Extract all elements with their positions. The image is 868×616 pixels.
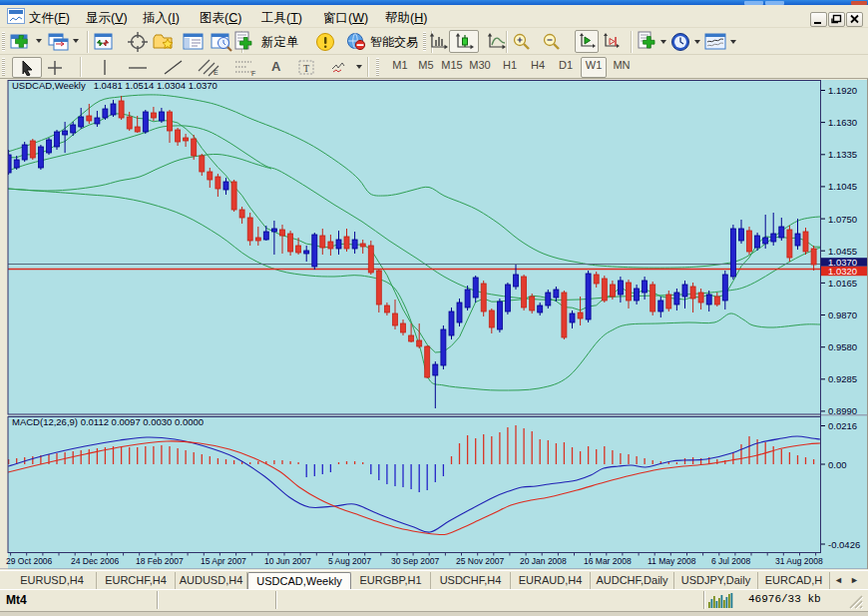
- svg-text:16 Mar 2008: 16 Mar 2008: [584, 556, 632, 566]
- svg-text:0.0216: 0.0216: [828, 420, 857, 431]
- svg-text:5 Aug 2007: 5 Aug 2007: [328, 556, 371, 566]
- svg-text:0.00: 0.00: [828, 459, 847, 470]
- svg-text:-0.0426: -0.0426: [828, 539, 860, 550]
- svg-text:18 Feb 2007: 18 Feb 2007: [136, 556, 184, 566]
- svg-text:1.0750: 1.0750: [828, 214, 857, 225]
- svg-text:30 Sep 2007: 30 Sep 2007: [391, 556, 439, 566]
- svg-text:0.8990: 0.8990: [828, 405, 857, 416]
- svg-text:1.1335: 1.1335: [828, 149, 857, 160]
- svg-text:20 Jan 2008: 20 Jan 2008: [520, 556, 567, 566]
- svg-text:6 Jul 2008: 6 Jul 2008: [711, 556, 750, 566]
- svg-text:1.0165: 1.0165: [828, 278, 857, 289]
- svg-text:USDCAD,Weekly 1.0481 1.0514: USDCAD,Weekly 1.0481 1.0514 1.0304 1.037…: [12, 80, 217, 91]
- svg-text:1.1045: 1.1045: [828, 181, 857, 192]
- svg-text:10 Jun 2007: 10 Jun 2007: [264, 556, 311, 566]
- svg-text:F: F: [251, 70, 255, 77]
- svg-text:1.0320: 1.0320: [828, 266, 857, 277]
- svg-text:T: T: [303, 63, 309, 74]
- svg-text:11 May 2008: 11 May 2008: [648, 556, 696, 566]
- svg-text:0.9285: 0.9285: [828, 373, 857, 384]
- svg-text:0.9580: 0.9580: [828, 341, 857, 352]
- svg-text:15 Apr 2007: 15 Apr 2007: [201, 556, 246, 566]
- svg-text:E: E: [214, 69, 218, 76]
- svg-text:25 Nov 2007: 25 Nov 2007: [456, 556, 504, 566]
- svg-text:1.0455: 1.0455: [828, 246, 857, 257]
- svg-text:1.1920: 1.1920: [828, 85, 857, 96]
- svg-text:0.9870: 0.9870: [828, 309, 857, 320]
- svg-text:1.1630: 1.1630: [828, 117, 857, 128]
- svg-text:31 Aug 2008: 31 Aug 2008: [775, 556, 823, 566]
- svg-text:24 Dec 2006: 24 Dec 2006: [71, 556, 119, 566]
- svg-text:29 Oct 2006: 29 Oct 2006: [6, 556, 53, 566]
- svg-text:MACD(12,26,9) 0.0112 0.0097 0.: MACD(12,26,9) 0.0112 0.0097 0.0030 0.000…: [12, 416, 204, 427]
